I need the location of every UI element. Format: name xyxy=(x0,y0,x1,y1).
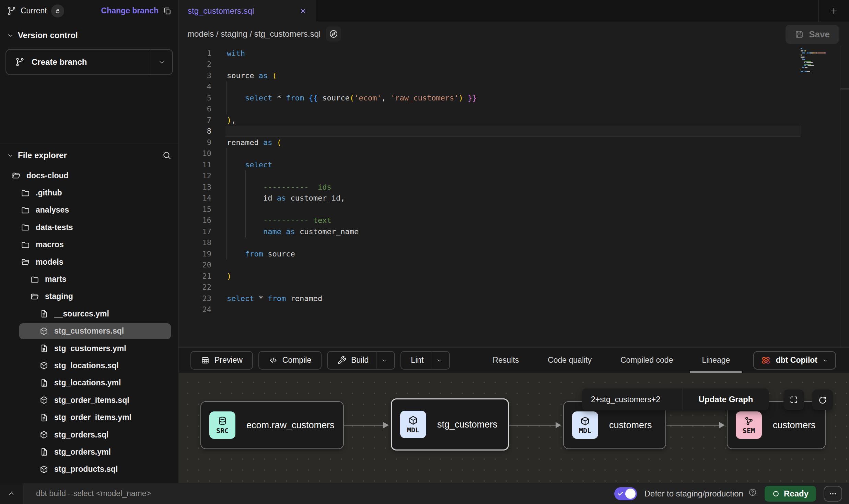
help-icon[interactable] xyxy=(748,488,757,497)
file-tree-item[interactable]: .github xyxy=(0,184,178,201)
file-name: stg_locations.sql xyxy=(54,361,119,370)
tab-stg-customers-sql[interactable]: stg_customers.sql xyxy=(179,0,316,22)
lineage-panel[interactable]: SRCecom.raw_customersMDLstg_customersMDL… xyxy=(179,373,849,483)
indent-guide xyxy=(245,170,246,182)
code-line[interactable]: 11 select xyxy=(179,159,849,170)
preview-button[interactable]: Preview xyxy=(190,351,253,370)
lineage-selector-input[interactable]: 2+stg_customers+2 xyxy=(582,388,683,410)
close-icon[interactable] xyxy=(299,7,307,15)
ellipsis-icon xyxy=(828,489,838,499)
code-line[interactable]: 1with xyxy=(179,48,849,59)
check-icon xyxy=(617,490,624,497)
tab-compiled-code[interactable]: Compiled code xyxy=(606,348,687,373)
dbt-copilot-button[interactable]: dbt Copilot xyxy=(753,351,836,370)
save-button[interactable]: Save xyxy=(786,25,839,44)
file-tree-item[interactable]: stg_customers.yml xyxy=(0,340,178,357)
code-line[interactable]: 10 xyxy=(179,148,849,159)
build-dropdown-button[interactable] xyxy=(376,352,392,369)
change-branch-link[interactable]: Change branch xyxy=(101,6,159,15)
cube-icon xyxy=(39,361,48,370)
ready-status-badge[interactable]: Ready xyxy=(765,486,816,502)
code-line[interactable]: 21) xyxy=(179,271,849,282)
tab-code-quality[interactable]: Code quality xyxy=(533,348,606,373)
command-input[interactable]: dbt build --select <model_name> xyxy=(23,489,614,498)
file-tree-item[interactable]: stg_order_items.sql xyxy=(0,392,178,409)
lineage-node-src-ecom.raw_customers[interactable]: SRCecom.raw_customers xyxy=(200,401,344,449)
file-explorer-header[interactable]: File explorer xyxy=(0,144,178,163)
minimap[interactable] xyxy=(801,48,828,73)
new-tab-button[interactable] xyxy=(818,0,849,22)
cube-icon xyxy=(39,430,48,439)
file-tree-item[interactable]: macros xyxy=(0,236,178,253)
lock-icon xyxy=(55,8,61,14)
code-line[interactable]: 23select * from renamed xyxy=(179,293,849,304)
file-tree-item[interactable]: analyses xyxy=(0,202,178,219)
code-editor[interactable]: 1with23source as (45 select * from {{ so… xyxy=(179,46,849,347)
file-tree-item[interactable]: stg_products.sql xyxy=(0,461,178,478)
build-button[interactable]: Build xyxy=(330,352,376,369)
version-control-title: Version control xyxy=(18,31,78,40)
update-graph-button[interactable]: Update Graph xyxy=(683,388,769,410)
file-tree-item[interactable]: staging xyxy=(0,288,178,305)
file-tree-item[interactable]: __sources.yml xyxy=(0,305,178,322)
code-line[interactable]: 16 ---------- text xyxy=(179,215,849,226)
code-line[interactable]: 5 select * from {{ source('ecom', 'raw_c… xyxy=(179,92,849,104)
file-tree-item[interactable]: stg_locations.yml xyxy=(0,374,178,392)
create-branch-button[interactable]: Create branch xyxy=(6,50,151,74)
collapse-command-bar-button[interactable] xyxy=(0,483,23,504)
file-tree-item[interactable]: models xyxy=(0,253,178,271)
code-line[interactable]: 22 xyxy=(179,282,849,293)
code-line[interactable]: 6 xyxy=(179,104,849,115)
code-line[interactable]: 2 xyxy=(179,59,849,70)
editor-scrollbar-thumb[interactable] xyxy=(840,88,849,89)
file-tree-item[interactable]: stg_locations.sql xyxy=(0,357,178,374)
fullscreen-button[interactable] xyxy=(783,389,804,410)
code-line[interactable]: 24 xyxy=(179,304,849,315)
create-branch-dropdown-button[interactable] xyxy=(151,50,172,74)
search-icon[interactable] xyxy=(162,151,172,160)
code-line[interactable]: 18 xyxy=(179,237,849,249)
code-line[interactable]: 9renamed as ( xyxy=(179,137,849,148)
file-tree-item[interactable]: docs-cloud xyxy=(0,167,178,184)
lint-button[interactable]: Lint xyxy=(403,352,431,369)
copy-icon[interactable] xyxy=(163,7,172,15)
code-line[interactable]: 20 xyxy=(179,260,849,271)
code-line[interactable]: 19 from source xyxy=(179,248,849,260)
code-line[interactable]: 13 ---------- ids xyxy=(179,181,849,193)
cube-icon xyxy=(39,396,48,405)
current-branch-label: Current xyxy=(21,6,47,15)
tab-results[interactable]: Results xyxy=(478,348,533,373)
file-explorer-section: File explorer docs-cloud.githubanalysesd… xyxy=(0,144,178,483)
file-tree-item[interactable]: stg_order_items.yml xyxy=(0,409,178,426)
cube-icon xyxy=(39,465,48,474)
lint-dropdown-button[interactable] xyxy=(431,352,447,369)
file-tree-item[interactable]: data-tests xyxy=(0,219,178,236)
defer-toggle[interactable] xyxy=(614,487,637,500)
file-name: data-tests xyxy=(36,223,73,232)
code-line[interactable]: 14 id as customer_id, xyxy=(179,193,849,204)
file-tree-item[interactable]: marts xyxy=(0,271,178,288)
refresh-button[interactable] xyxy=(812,389,833,410)
breadcrumb: models / staging / stg_customers.sql xyxy=(187,29,321,39)
copilot-compass-button[interactable] xyxy=(326,26,341,41)
compile-button[interactable]: Compile xyxy=(258,351,322,370)
indent-guide xyxy=(226,148,227,159)
code-line[interactable]: 8 xyxy=(179,126,849,137)
version-control-header[interactable]: Version control xyxy=(7,31,173,40)
fullscreen-icon xyxy=(789,395,799,405)
tab-lineage[interactable]: Lineage xyxy=(687,348,744,373)
file-tree-item[interactable]: stg_customers.sql xyxy=(0,323,178,340)
code-line[interactable]: 7), xyxy=(179,115,849,126)
lineage-filter-bar: 2+stg_customers+2 Update Graph xyxy=(582,388,769,410)
code-text: ---------- text xyxy=(227,216,332,225)
lineage-node-mdl-stg_customers[interactable]: MDLstg_customers xyxy=(391,398,509,451)
editor-toolbar: Preview Compile Build Lint Results Code … xyxy=(179,347,849,373)
code-line[interactable]: 3source as ( xyxy=(179,70,849,81)
code-line[interactable]: 15 xyxy=(179,204,849,215)
file-tree-item[interactable]: stg_orders.sql xyxy=(0,426,178,443)
code-line[interactable]: 12 xyxy=(179,170,849,182)
code-line[interactable]: 17 name as customer_name xyxy=(179,226,849,237)
file-tree-item[interactable]: stg_orders.yml xyxy=(0,443,178,460)
more-options-button[interactable] xyxy=(824,486,842,502)
code-line[interactable]: 4 xyxy=(179,81,849,93)
